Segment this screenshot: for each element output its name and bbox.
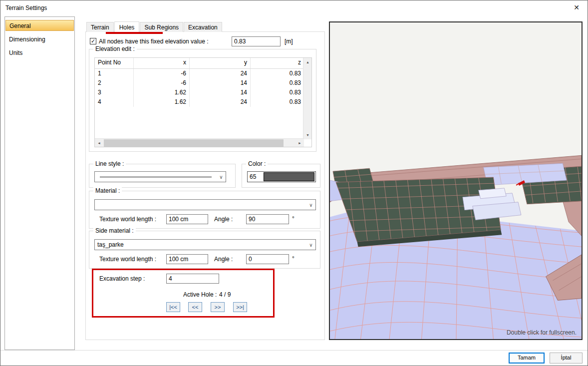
line-style-group: Line style : ∨ xyxy=(89,164,236,188)
horizontal-scroll-thumb[interactable] xyxy=(104,139,284,147)
cell-z[interactable]: 0.83 xyxy=(251,78,304,88)
sidebar-item-dimensioning[interactable]: Dimensioning xyxy=(5,34,74,45)
elevation-table-grid: Point No x y z 1 -6 24 0.83 2 -6 14 xyxy=(95,58,304,139)
chevron-down-icon[interactable]: ∨ xyxy=(306,240,315,250)
footer-divider xyxy=(0,350,588,351)
table-row: 1 -6 24 0.83 xyxy=(95,69,304,78)
line-style-combobox[interactable]: ∨ xyxy=(94,171,226,182)
last-hole-button[interactable]: >>| xyxy=(233,302,247,312)
cell-z[interactable]: 0.83 xyxy=(251,69,304,78)
tab-label: Holes xyxy=(119,24,135,31)
angle-label: Angle : xyxy=(214,216,233,223)
cell-y[interactable]: 14 xyxy=(190,78,251,88)
color-title: Color : xyxy=(246,160,268,167)
fixed-elevation-input[interactable] xyxy=(232,36,281,46)
side-material-title: Side material : xyxy=(93,227,136,234)
cell-y[interactable]: 24 xyxy=(190,97,251,107)
fullscreen-hint: Double click for fullscreen. xyxy=(507,329,577,336)
chevron-down-icon[interactable]: ∨ xyxy=(306,200,315,210)
side-material-angle-input[interactable] xyxy=(246,254,289,264)
terrain-render xyxy=(330,22,582,339)
material-angle-input[interactable] xyxy=(246,214,289,224)
tab-label: Terrain xyxy=(91,24,109,31)
side-material-value: taş_parke xyxy=(97,241,305,248)
first-hole-button[interactable]: |<< xyxy=(166,302,180,312)
tab-holes[interactable]: Holes xyxy=(114,21,140,32)
close-icon[interactable]: ✕ xyxy=(574,3,580,11)
horizontal-scrollbar[interactable]: ◄ ► xyxy=(95,138,304,147)
ok-button[interactable]: Tamam xyxy=(509,353,545,364)
tab-excavation[interactable]: Excavation xyxy=(184,22,222,32)
scroll-up-icon[interactable]: ▲ xyxy=(303,58,312,66)
material-combobox[interactable]: ∨ xyxy=(94,199,316,210)
vertical-scrollbar[interactable]: ▲ ▼ xyxy=(303,58,311,139)
check-icon: ✓ xyxy=(91,38,95,44)
table-row: 4 1.62 24 0.83 xyxy=(95,97,304,107)
cell-x[interactable]: 1.62 xyxy=(134,88,190,97)
scroll-left-icon[interactable]: ◄ xyxy=(95,139,103,147)
cell-point-no[interactable]: 1 xyxy=(95,69,134,78)
annotation-box: Excavation step : Active Hole : 4 / 9 |<… xyxy=(92,269,275,318)
tab-label: Excavation xyxy=(188,24,218,31)
tab-terrain[interactable]: Terrain xyxy=(86,22,114,32)
cell-point-no[interactable]: 3 xyxy=(95,88,134,97)
elevation-edit-title: Elevation edit : xyxy=(93,45,137,52)
col-header-x: x xyxy=(134,58,190,68)
cancel-button[interactable]: İptal xyxy=(550,353,583,364)
col-header-point-no: Point No xyxy=(95,58,134,68)
title-bar: Terrain Settings ✕ xyxy=(0,0,588,15)
sidebar-item-label: Units xyxy=(9,49,22,56)
excavation-step-input[interactable] xyxy=(166,274,219,284)
fixed-elevation-label: All nodes have this fixed elevation valu… xyxy=(99,38,208,45)
elevation-table: Point No x y z 1 -6 24 0.83 2 -6 14 xyxy=(94,57,312,147)
sidebar-item-label: Dimensioning xyxy=(9,36,45,43)
sidebar-item-label: General xyxy=(9,22,31,29)
side-material-group: Side material : taş_parke ∨ Texture worl… xyxy=(89,231,320,269)
color-swatch[interactable] xyxy=(264,172,314,181)
texture-length-label: Texture world length : xyxy=(99,256,156,263)
cell-z[interactable]: 0.83 xyxy=(251,88,304,97)
cell-point-no[interactable]: 4 xyxy=(95,97,134,107)
window-title: Terrain Settings xyxy=(5,4,47,11)
cell-x[interactable]: 1.62 xyxy=(134,97,190,107)
degree-symbol: ° xyxy=(292,215,294,222)
annotation-tab-underline xyxy=(106,32,163,34)
cell-y[interactable]: 14 xyxy=(190,88,251,97)
color-picker[interactable]: 65 xyxy=(247,171,316,182)
terrain-3d-preview[interactable]: Double click for fullscreen. xyxy=(329,21,583,340)
side-material-combobox[interactable]: taş_parke ∨ xyxy=(94,239,316,250)
cell-z[interactable]: 0.83 xyxy=(251,97,304,107)
color-index-value[interactable]: 65 xyxy=(248,172,264,182)
table-row: 2 -6 14 0.83 xyxy=(95,78,304,88)
fixed-elevation-unit: [m] xyxy=(285,38,293,45)
holes-tab-panel: ✓ All nodes have this fixed elevation va… xyxy=(85,31,325,340)
terrain-settings-dialog: Terrain Settings ✕ General Dimensioning … xyxy=(0,0,588,366)
tab-label: Sub Regions xyxy=(144,24,179,31)
col-header-y: y xyxy=(190,58,251,68)
cell-x[interactable]: -6 xyxy=(134,78,190,88)
material-title: Material : xyxy=(93,187,122,194)
cell-point-no[interactable]: 2 xyxy=(95,78,134,88)
chevron-down-icon[interactable]: ∨ xyxy=(217,172,226,182)
angle-label: Angle : xyxy=(214,256,233,263)
active-hole-label: Active Hole : xyxy=(183,291,217,298)
degree-symbol: ° xyxy=(292,255,294,262)
next-hole-button[interactable]: >> xyxy=(211,302,225,312)
previous-hole-button[interactable]: << xyxy=(188,302,202,312)
sidebar-item-general[interactable]: General xyxy=(5,20,74,31)
excavation-step-label: Excavation step : xyxy=(99,275,145,282)
cell-y[interactable]: 24 xyxy=(190,69,251,78)
fixed-elevation-checkbox[interactable]: ✓ xyxy=(90,38,96,44)
tab-sub-regions[interactable]: Sub Regions xyxy=(140,22,183,32)
table-header-row: Point No x y z xyxy=(95,58,304,69)
col-header-z: z xyxy=(251,58,304,68)
cell-x[interactable]: -6 xyxy=(134,69,190,78)
line-style-title: Line style : xyxy=(93,160,126,167)
tab-strip: Terrain Holes Sub Regions Excavation xyxy=(86,22,223,32)
side-material-texture-length-input[interactable] xyxy=(166,254,208,264)
scroll-down-icon[interactable]: ▼ xyxy=(303,131,312,139)
material-texture-length-input[interactable] xyxy=(166,214,208,224)
elevation-edit-group: Elevation edit : Point No x y z 1 -6 24 … xyxy=(89,49,316,152)
scroll-right-icon[interactable]: ► xyxy=(295,139,304,147)
sidebar-item-units[interactable]: Units xyxy=(5,47,74,58)
